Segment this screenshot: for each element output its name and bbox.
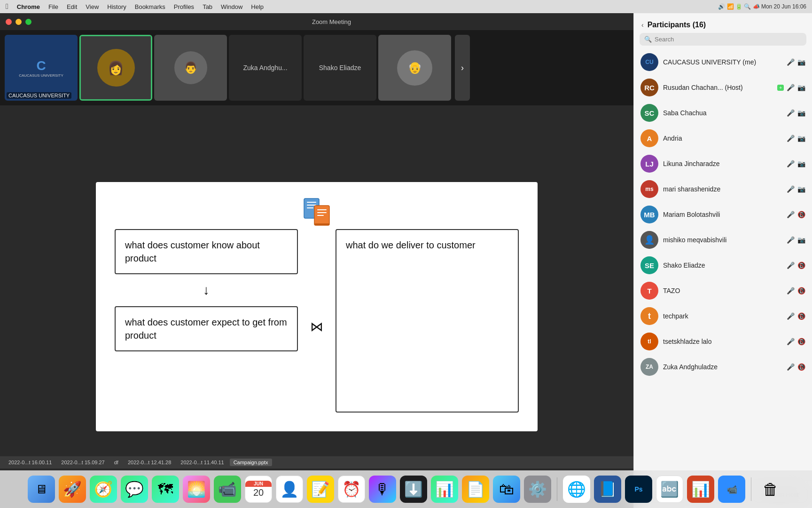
list-item[interactable]: ZA Zuka Andghuladze 🎤 📵: [634, 354, 812, 380]
list-item[interactable]: T TAZO 🎤 📵: [634, 278, 812, 303]
dock-powerpoint[interactable]: 📊: [687, 476, 714, 503]
participant-badges: 🎤 📷: [787, 160, 805, 167]
list-item[interactable]: RC Rusudan Chachan... (Host) + 🎤 📷: [634, 75, 812, 100]
dock: 🖥 🚀 🧭 💬 🗺 🌅 📹 JUN 20 👤 📝 ⏰ 🎙 ⬇️ 📊 📄 🛍 ⚙️…: [0, 470, 812, 508]
participant-thumb[interactable]: C CAUCASUS UNIVERSITY CAUCASUS UNIVERSIT…: [5, 35, 78, 101]
p1-label: CAUCASUS UNIVERSITY: [7, 92, 71, 99]
search-icon: 🔍: [644, 36, 652, 43]
dock-photoshop[interactable]: Ps: [625, 476, 652, 503]
file-tab-3[interactable]: 2022-0...t 12.41.28: [124, 459, 175, 466]
file-tab-5[interactable]: Campaign.pptx: [230, 459, 272, 466]
file-tab-0[interactable]: 2022-0...t 16.00.11: [5, 459, 55, 466]
list-item[interactable]: ms mari sharashenidze 🎤 📷: [634, 176, 812, 202]
dock-settings[interactable]: ⚙️: [524, 476, 551, 503]
avatar: ms: [640, 180, 658, 198]
avatar: A: [640, 129, 658, 147]
window-close[interactable]: [6, 19, 12, 25]
file-tab-2[interactable]: df: [110, 459, 122, 466]
participant-badges: 🎤 📷: [787, 236, 805, 244]
participant-name: Zuka Andghuladze: [663, 363, 782, 371]
dock-finder[interactable]: 🖥: [28, 476, 55, 503]
app-name[interactable]: Chrome: [17, 3, 40, 10]
dock-pages[interactable]: 📄: [462, 476, 489, 503]
menu-bookmarks[interactable]: Bookmarks: [135, 3, 165, 10]
cam-off-icon: 📵: [797, 312, 805, 320]
file-tab-1[interactable]: 2022-0...t 15.09.27: [57, 459, 108, 466]
cam-icon: 📷: [797, 135, 805, 142]
dock-reminders[interactable]: ⏰: [338, 476, 365, 503]
search-input[interactable]: [655, 36, 802, 43]
menu-icons: 🔊 📶 🔋 🔍 📣 Mon 20 Jun 16:06: [718, 3, 806, 10]
participant-badges: 🎤 📷: [787, 58, 805, 66]
menu-file[interactable]: File: [48, 3, 58, 10]
participant-name: Andria: [663, 135, 782, 142]
participant-name-shako[interactable]: Shako Eliadze: [304, 35, 376, 101]
dock-word[interactable]: 📘: [594, 476, 621, 503]
participant-thumb-3[interactable]: 👨: [154, 35, 227, 101]
menu-edit[interactable]: Edit: [67, 3, 77, 10]
muted-mic-icon: 🎤: [787, 109, 795, 117]
participant-name: Likuna Jincharadze: [663, 160, 782, 167]
dock-appstore[interactable]: 🛍: [493, 476, 520, 503]
menu-window[interactable]: Window: [221, 3, 242, 10]
panel-chevron-icon[interactable]: ‹: [641, 21, 644, 29]
dock-maps[interactable]: 🗺: [152, 476, 179, 503]
list-item[interactable]: tl tsetskhladze lalo 🎤 📵: [634, 329, 812, 354]
dock-numbers[interactable]: 📊: [431, 476, 458, 503]
dock-trash[interactable]: 🗑: [757, 476, 784, 503]
muted-mic-icon: 🎤: [787, 236, 795, 244]
dock-launchpad[interactable]: 🚀: [59, 476, 86, 503]
muted-mic-icon: 🎤: [787, 338, 795, 345]
cam-icon: 📷: [797, 236, 805, 244]
file-tab-4[interactable]: 2022-0...t 11.40.11: [177, 459, 227, 466]
menu-tab[interactable]: Tab: [203, 3, 212, 10]
menu-help[interactable]: Help: [251, 3, 264, 10]
participant-name: Rusudan Chachan... (Host): [663, 84, 773, 91]
window-maximize[interactable]: [25, 19, 31, 25]
participant-name: tsetskhladze lalo: [663, 338, 782, 345]
list-item[interactable]: SC Saba Chachua 🎤 📷: [634, 100, 812, 126]
window-title: Zoom Meeting: [35, 18, 628, 25]
slide-right: what do we deliver to customer: [336, 229, 519, 413]
muted-mic-icon: 🎤: [787, 185, 795, 193]
dock-photos[interactable]: 🌅: [183, 476, 210, 503]
dock-font[interactable]: 🔤: [656, 476, 683, 503]
presentation-area: what does customer know about product ↓ …: [0, 105, 633, 508]
window-minimize[interactable]: [16, 19, 22, 25]
participant-thumb-gw[interactable]: 👴: [378, 35, 451, 101]
dock-chrome[interactable]: 🌐: [563, 476, 590, 503]
participant-badges: 🎤 📷: [787, 135, 805, 142]
dock-podcasts[interactable]: 🎙: [369, 476, 396, 503]
dock-messages[interactable]: 💬: [121, 476, 148, 503]
dock-calendar[interactable]: JUN 20: [245, 476, 272, 503]
strip-next-button[interactable]: ›: [455, 35, 470, 101]
list-item[interactable]: SE Shako Eliadze 🎤 📵: [634, 253, 812, 278]
dock-zoom[interactable]: 📹: [718, 476, 745, 503]
list-item[interactable]: t techpark 🎤 📵: [634, 303, 812, 329]
menu-view[interactable]: View: [86, 3, 99, 10]
avatar: RC: [640, 79, 658, 96]
participant-name: TAZO: [663, 287, 782, 294]
dock-notes[interactable]: 📝: [307, 476, 334, 503]
host-badge: +: [777, 85, 784, 91]
menu-history[interactable]: History: [107, 3, 126, 10]
list-item[interactable]: 👤 mishiko meqvabishvili 🎤 📷: [634, 227, 812, 253]
list-item[interactable]: CU CAUCASUS UNIVERSITY (me) 🎤 📷: [634, 49, 812, 75]
dock-safari[interactable]: 🧭: [90, 476, 117, 503]
mic-icon: 🎤: [787, 58, 795, 66]
participant-name-zuka[interactable]: Zuka Andghu...: [229, 35, 302, 101]
list-item[interactable]: LJ Likuna Jincharadze 🎤 📷: [634, 151, 812, 176]
menu-profiles[interactable]: Profiles: [174, 3, 194, 10]
list-item[interactable]: A Andria 🎤 📷: [634, 126, 812, 151]
participant-name: mari sharashenidze: [663, 185, 782, 193]
apple-menu[interactable]: : [6, 2, 8, 11]
avatar: tl: [640, 333, 658, 350]
dock-downloader[interactable]: ⬇️: [400, 476, 427, 503]
participant-badges: 🎤 📵: [787, 338, 805, 345]
participant-badges: 🎤 📵: [787, 211, 805, 218]
participant-thumb-active[interactable]: 👩: [79, 35, 152, 101]
dock-contacts[interactable]: 👤: [276, 476, 303, 503]
participant-badges: 🎤 📷: [787, 185, 805, 193]
list-item[interactable]: MB Mariam Bolotashvili 🎤 📵: [634, 202, 812, 227]
dock-facetime[interactable]: 📹: [214, 476, 241, 503]
